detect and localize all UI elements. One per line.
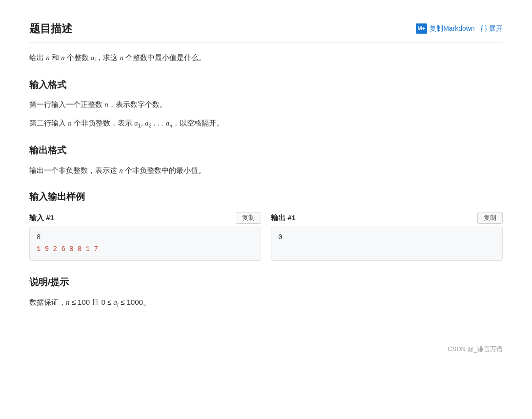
input-format-title: 输入格式: [29, 77, 503, 93]
page-container: 题目描述 M+ 复制Markdown { } 展开 给出 n 和 n 个整数 a…: [15, 10, 517, 365]
copy-input-button-1[interactable]: 复制: [236, 212, 261, 224]
note-title: 说明/提示: [29, 274, 503, 290]
output-format-text: 输出一个非负整数，表示这 n 个非负整数中的最小值。: [29, 164, 503, 177]
note-section: 说明/提示 数据保证，n ≤ 100 且 0 ≤ ai ≤ 1000。: [29, 274, 503, 310]
examples-section: 输入输出样例 输入 #1 复制 8 1 9 2 6 0 8 1 7 输出 #1 …: [29, 189, 503, 261]
input-block-1: 输入 #1 复制 8 1 9 2 6 0 8 1 7: [29, 211, 261, 261]
input-label-1: 输入 #1: [29, 211, 54, 224]
math-ai: ai: [91, 54, 96, 62]
input-line-1-2: 1 9 2 6 0 8 1 7: [37, 244, 254, 255]
math-n3: n: [120, 54, 124, 62]
output-header-1: 输出 #1 复制: [271, 211, 503, 224]
header-actions: M+ 复制Markdown { } 展开: [416, 23, 503, 35]
expand-icon: { }: [481, 23, 487, 35]
math-an: an: [166, 119, 172, 127]
math-n5: n: [68, 119, 72, 127]
output-code-block-1: 0: [271, 227, 503, 261]
math-ai2: ai: [113, 298, 119, 306]
problem-description: 给出 n 和 n 个整数 ai，求这 n 个整数中最小值是什么。: [29, 51, 503, 65]
copy-output-button-1[interactable]: 复制: [477, 212, 503, 224]
math-n: n: [46, 54, 50, 62]
math-a1: a: [134, 119, 138, 127]
input-code-block-1: 8 1 9 2 6 0 8 1 7: [29, 227, 261, 261]
footer-text: CSDN @_谦言万语: [448, 345, 503, 353]
input-header-1: 输入 #1 复制: [29, 211, 261, 224]
output-label-1: 输出 #1: [271, 211, 296, 224]
input-format-line2: 第二行输入 n 个非负整数，表示 a1, a2 . . . an，以空格隔开。: [29, 116, 503, 131]
output-line-1-1: 0: [278, 232, 495, 244]
output-format-title: 输出格式: [29, 143, 503, 158]
page-title: 题目描述: [29, 20, 72, 38]
examples-title: 输入输出样例: [29, 189, 503, 205]
output-block-1: 输出 #1 复制 0: [271, 211, 503, 261]
input-format-section: 输入格式 第一行输入一个正整数 n，表示数字个数。 第二行输入 n 个非负整数，…: [29, 77, 503, 131]
expand-label: 展开: [489, 23, 503, 35]
math-n2: n: [61, 54, 65, 62]
problem-text: 给出 n 和 n 个整数 ai，求这 n 个整数中最小值是什么。: [29, 51, 503, 65]
math-n4: n: [104, 101, 108, 108]
note-text: 数据保证，n ≤ 100 且 0 ≤ ai ≤ 1000。: [29, 295, 503, 310]
output-format-section: 输出格式 输出一个非负整数，表示这 n 个非负整数中的最小值。: [29, 143, 503, 177]
md-icon: M+: [416, 23, 428, 34]
input-format-line1: 第一行输入一个正整数 n，表示数字个数。: [29, 98, 503, 111]
footer: CSDN @_谦言万语: [29, 339, 503, 355]
math-n6: n: [119, 167, 123, 174]
input-line-1-1: 8: [37, 232, 254, 244]
copy-markdown-label: 复制Markdown: [430, 23, 475, 35]
expand-button[interactable]: { } 展开: [481, 23, 503, 35]
example-row-1: 输入 #1 复制 8 1 9 2 6 0 8 1 7 输出 #1 复制 0: [29, 211, 503, 261]
copy-markdown-button[interactable]: M+ 复制Markdown: [416, 23, 475, 35]
header-row: 题目描述 M+ 复制Markdown { } 展开: [29, 20, 503, 43]
math-n7: n: [66, 298, 70, 306]
